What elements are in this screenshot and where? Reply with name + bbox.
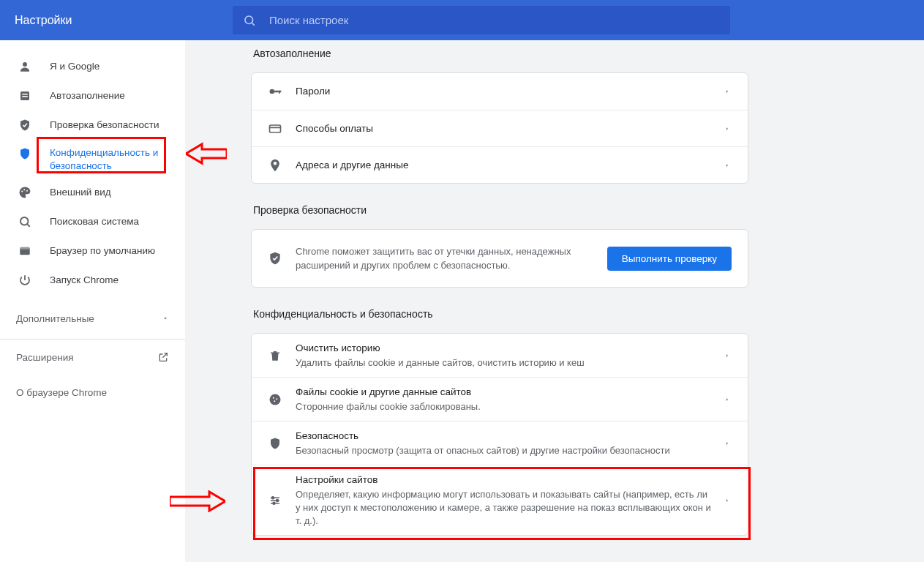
row-title: Очистить историю	[296, 341, 711, 356]
svg-point-27	[273, 502, 275, 504]
row-title: Безопасность	[296, 429, 711, 443]
sidebar-about-chrome[interactable]: О браузере Chrome	[0, 375, 185, 410]
svg-point-13	[270, 89, 275, 94]
chevron-right-icon	[724, 124, 732, 133]
chevron-right-icon	[724, 496, 732, 505]
svg-point-9	[20, 217, 29, 225]
security-row[interactable]: Безопасность Безопасный просмотр (защита…	[252, 421, 748, 465]
about-label: О браузере Chrome	[16, 387, 107, 398]
sidebar-item-label: Проверка безопасности	[50, 119, 159, 132]
autofill-icon	[18, 89, 32, 103]
row-title: Адреса и другие данные	[296, 158, 711, 173]
location-icon	[268, 158, 282, 173]
extensions-label: Расширения	[16, 352, 74, 363]
privacy-card: Очистить историю Удалить файлы cookie и …	[251, 333, 748, 536]
row-subtitle: Сторонние файлы cookie заблокированы.	[296, 400, 711, 413]
site-settings-row[interactable]: Настройки сайтов Определяет, какую инфор…	[252, 465, 748, 535]
svg-rect-5	[22, 96, 28, 97]
sidebar-item-label: Поисковая система	[50, 215, 139, 228]
cookies-row[interactable]: Файлы cookie и другие данные сайтов Стор…	[252, 377, 748, 421]
search-icon	[243, 14, 256, 27]
svg-rect-4	[22, 94, 28, 95]
sidebar-item-label: Автозаполнение	[50, 89, 125, 102]
svg-point-0	[245, 16, 253, 24]
chevron-right-icon	[724, 161, 732, 170]
shield-check-icon	[268, 251, 282, 266]
svg-line-10	[27, 224, 30, 227]
sidebar-extensions[interactable]: Расширения	[0, 340, 185, 375]
sidebar-item-search-engine[interactable]: Поисковая система	[0, 207, 185, 236]
palette-icon	[18, 185, 32, 200]
chevron-right-icon	[724, 351, 732, 360]
safety-check-text: Chrome поможет защитить вас от утечки да…	[296, 244, 594, 272]
autofill-addresses-row[interactable]: Адреса и другие данные	[252, 146, 748, 183]
svg-line-1	[252, 23, 255, 26]
browser-icon	[18, 244, 32, 258]
sidebar-item-privacy-security[interactable]: Конфиденциальность и безопасность	[0, 140, 185, 178]
svg-rect-15	[279, 91, 280, 94]
chevron-right-icon	[724, 439, 732, 448]
sidebar-item-on-startup[interactable]: Запуск Chrome	[0, 266, 185, 295]
svg-point-21	[274, 400, 275, 402]
shield-icon	[18, 146, 32, 161]
chevron-down-icon	[162, 315, 169, 322]
svg-point-26	[277, 499, 279, 501]
svg-point-19	[273, 397, 274, 398]
svg-rect-16	[270, 125, 281, 132]
shield-icon	[268, 436, 282, 451]
safety-check-card: Chrome поможет защитить вас от утечки да…	[251, 229, 748, 288]
svg-point-25	[272, 496, 274, 498]
chevron-right-icon	[724, 395, 732, 404]
settings-sidebar: Я и Google Автозаполнение Проверка безоп…	[0, 40, 185, 562]
section-title-privacy: Конфиденциальность и безопасность	[253, 308, 748, 320]
row-title: Файлы cookie и другие данные сайтов	[296, 385, 711, 400]
trash-icon	[268, 348, 282, 363]
cookie-icon	[268, 392, 282, 407]
app-title: Настройки	[15, 14, 233, 27]
sidebar-item-label: Браузер по умолчанию	[50, 244, 155, 258]
svg-point-6	[21, 191, 23, 192]
sidebar-item-you-and-google[interactable]: Я и Google	[0, 52, 185, 81]
sidebar-item-label: Конфиденциальность и безопасность	[50, 146, 185, 173]
row-subtitle: Безопасный просмотр (защита от опасных с…	[296, 444, 711, 457]
external-link-icon	[157, 351, 169, 363]
sidebar-item-autofill[interactable]: Автозаполнение	[0, 81, 185, 110]
sidebar-additional-toggle[interactable]: Дополнительные	[0, 301, 185, 336]
key-icon	[268, 84, 282, 99]
sidebar-item-label: Внешний вид	[50, 186, 111, 199]
search-icon	[18, 214, 32, 229]
row-subtitle: Определяет, какую информацию могут испол…	[296, 488, 711, 528]
sidebar-item-safety-check[interactable]: Проверка безопасности	[0, 110, 185, 140]
svg-point-8	[26, 190, 28, 192]
row-subtitle: Удалить файлы cookie и данные сайтов, оч…	[296, 356, 711, 370]
section-title-autofill: Автозаполнение	[253, 48, 748, 59]
svg-point-20	[276, 398, 277, 400]
autofill-payments-row[interactable]: Способы оплаты	[252, 110, 748, 146]
svg-point-2	[23, 62, 27, 67]
person-icon	[18, 59, 32, 74]
autofill-passwords-row[interactable]: Пароли	[252, 73, 748, 110]
search-input[interactable]	[269, 14, 720, 26]
chevron-right-icon	[724, 87, 732, 96]
sliders-icon	[268, 493, 282, 508]
svg-rect-18	[271, 352, 279, 353]
sidebar-item-appearance[interactable]: Внешний вид	[0, 178, 185, 207]
section-title-safety: Проверка безопасности	[253, 204, 748, 216]
credit-card-icon	[268, 121, 282, 136]
settings-search[interactable]	[233, 6, 730, 34]
sidebar-item-default-browser[interactable]: Браузер по умолчанию	[0, 236, 185, 266]
app-header: Настройки	[0, 0, 924, 40]
svg-point-7	[23, 189, 25, 190]
additional-label: Дополнительные	[16, 313, 94, 324]
main-content: Автозаполнение Пароли Способы оплаты	[185, 40, 924, 562]
sidebar-item-label: Запуск Chrome	[50, 274, 119, 287]
sidebar-item-label: Я и Google	[50, 60, 99, 73]
power-icon	[18, 273, 32, 288]
shield-check-icon	[18, 118, 32, 132]
clear-browsing-data-row[interactable]: Очистить историю Удалить файлы cookie и …	[252, 334, 748, 377]
svg-rect-12	[20, 247, 30, 250]
autofill-card: Пароли Способы оплаты	[251, 72, 748, 184]
row-title: Пароли	[296, 84, 711, 99]
row-title: Настройки сайтов	[296, 473, 711, 487]
run-safety-check-button[interactable]: Выполнить проверку	[607, 247, 732, 271]
